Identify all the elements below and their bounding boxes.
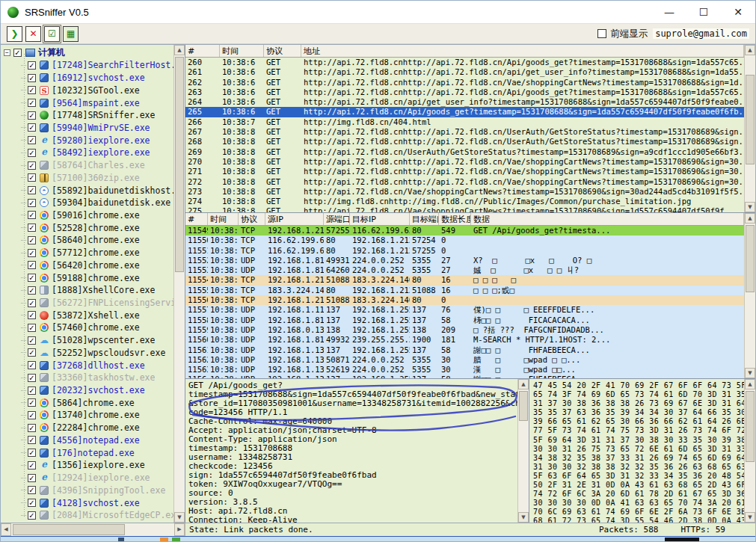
packet-row[interactable]: 11557 10:38:7 UDP 192.168.1.110 137 192.… (185, 305, 744, 315)
packet-row[interactable]: 11563 10:38:7 UDP 192.168.1.137 52619 22… (185, 365, 744, 375)
front-display-checkbox[interactable] (597, 29, 606, 38)
process-item[interactable]: ✓ [20232]svchost.exe (1, 384, 173, 397)
packet-row[interactable]: 11555 10:38:7 TCP 183.3.224.146 80 192.1… (185, 286, 744, 295)
http-vscrollbar[interactable]: ▲ ▼ (744, 45, 755, 212)
process-checkbox[interactable]: ✓ (28, 511, 36, 520)
scroll-up-icon[interactable]: ▲ (745, 213, 755, 224)
process-checkbox[interactable]: ✓ (28, 499, 36, 507)
packet-row[interactable]: 11562 10:38:7 UDP 192.168.1.137 50871 22… (185, 355, 744, 365)
process-checkbox[interactable]: ✓ (28, 111, 36, 120)
scroll-up-icon[interactable]: ▲ (518, 379, 529, 389)
process-item[interactable]: ✓ [52528]chrome.exe (1, 221, 173, 234)
scroll-thumb[interactable] (175, 57, 184, 272)
http-row[interactable]: 275 10:38:8 GET http://api.72.fld8.cn/Va… (185, 206, 744, 212)
packet-row[interactable]: 11550 10:38:6 TCP 116.62.199.62 80 192.1… (185, 235, 744, 245)
packet-vscrollbar[interactable]: ▲ ▼ (744, 213, 755, 378)
col-src-port[interactable]: 源端口 (324, 213, 350, 225)
process-item[interactable]: ✓ [33360]taskhostw.exe (1, 372, 173, 384)
col-index[interactable]: # (185, 45, 220, 57)
process-item[interactable]: ✓ [13740]chrome.exe (1, 409, 173, 422)
process-checkbox[interactable]: ✓ (28, 86, 36, 94)
scroll-up-icon[interactable]: ▲ (745, 45, 755, 55)
scroll-up-icon[interactable]: ▲ (745, 379, 755, 389)
packet-row[interactable]: 11552 10:38:6 UDP 192.168.1.81 49931 224… (185, 256, 744, 265)
tree-root[interactable]: − ✓ 计算机 (1, 46, 173, 59)
process-item[interactable]: ✓ [4556]notepad.exe (1, 434, 173, 447)
scroll-thumb[interactable] (746, 75, 755, 164)
process-item[interactable]: ✓ [56420]chrome.exe (1, 259, 173, 272)
scroll-thumb[interactable] (519, 391, 528, 421)
process-item[interactable]: ✓ [51028]wpscenter.exe (1, 334, 173, 347)
http-row[interactable]: 271 10:38:8 GET http://api.72.fld8.cnhtt… (185, 167, 744, 176)
scroll-thumb[interactable] (746, 225, 755, 292)
http-row[interactable]: 272 10:38:8 GET http://api.72.fld8.cnhtt… (185, 177, 744, 187)
process-checkbox[interactable]: ✓ (28, 424, 36, 432)
col-address[interactable]: 地址 (301, 45, 744, 57)
process-item[interactable]: ✓ [59280]iexplore.exe (1, 134, 173, 147)
packet-row[interactable]: 11559 10:38:7 UDP 192.168.0.139 138 192.… (185, 325, 744, 335)
http-row[interactable]: 260 10:38:6 GET http://api.72.fld8.cnhtt… (185, 58, 744, 67)
packet-row[interactable]: 11556 10:38:7 TCP 192.168.1.212 51088 18… (185, 295, 744, 305)
process-checkbox[interactable]: ✓ (28, 173, 36, 182)
col-time[interactable]: 时间 (220, 45, 264, 57)
process-checkbox[interactable]: ✓ (28, 411, 36, 419)
process-item[interactable]: ✓ [59304]baidunetdisk.exe (1, 197, 173, 209)
packet-row[interactable]: 11549 10:38:6 TCP 192.168.1.212 57255 11… (185, 226, 744, 235)
process-checkbox[interactable]: ✓ (28, 274, 36, 282)
filter-check-button[interactable]: ☑ (44, 26, 60, 42)
stop-capture-button[interactable]: ✕ (25, 26, 41, 42)
process-checkbox[interactable]: ✓ (28, 149, 36, 157)
http-row[interactable]: 264 10:38:6 GET http://api.72.fld8.cn/ap… (185, 97, 744, 107)
col-data-length[interactable]: 数据长度 (439, 213, 471, 225)
process-checkbox[interactable]: ✓ (28, 461, 36, 469)
root-checkbox[interactable]: ✓ (13, 49, 22, 57)
process-checkbox[interactable]: ✓ (28, 436, 36, 444)
start-capture-button[interactable]: ❯ (7, 26, 22, 42)
packet-row[interactable]: 11558 10:38:7 UDP 192.168.1.81 137 192.1… (185, 315, 744, 325)
process-item[interactable]: ✓ [17248]SearchFilterHost.ex (1, 59, 173, 72)
scroll-down-icon[interactable]: ▼ (174, 512, 185, 523)
http-row[interactable]: 266 10:38:7 GET http://img.fld8.cn/404.h… (185, 117, 744, 127)
process-checkbox[interactable]: ✓ (28, 398, 36, 407)
minimize-button[interactable]: — (652, 1, 686, 23)
process-item[interactable]: ✓ [52252]wpscloudsvr.exe (1, 347, 173, 360)
http-row[interactable]: 270 10:38:8 GET http://api.72.fld8.cnhtt… (185, 157, 744, 167)
process-item[interactable]: ✓ [2084]MicrosoftEdgeCP.exe (1, 509, 173, 522)
process-checkbox[interactable]: ✓ (28, 449, 36, 457)
scroll-left-icon[interactable]: ◀ (1, 523, 11, 536)
process-item[interactable]: ✓ [59016]chrome.exe (1, 209, 173, 222)
process-item[interactable]: ✓ [10232]SGTool.exe (1, 84, 173, 96)
close-button[interactable]: ✕ (721, 1, 755, 23)
card-settings-button[interactable]: ▦ (63, 26, 79, 42)
http-row[interactable]: 268 10:38:8 GET http://api.72.fld8.cnhtt… (185, 137, 744, 147)
process-item[interactable]: ✓ [176]notepad.exe (1, 446, 173, 459)
process-item[interactable]: ✓ [58764]Charles.exe (1, 159, 173, 172)
process-checkbox[interactable]: ✓ (28, 99, 36, 107)
process-item[interactable]: ✓ [57100]360zip.exe (1, 171, 173, 184)
process-item[interactable]: ✓ [22284]chrome.exe (1, 422, 173, 434)
http-row[interactable]: 267 10:38:8 GET http://api.72.fld8.cnhtt… (185, 127, 744, 137)
process-item[interactable]: ✓ [1888]XshellCore.exe (1, 284, 173, 297)
process-item[interactable]: ✓ [59188]chrome.exe (1, 271, 173, 284)
process-item[interactable]: ✓ [17748]SRSniffer.exe (1, 109, 173, 122)
process-checkbox[interactable]: ✓ (28, 186, 36, 194)
http-row[interactable]: 261 10:38:6 GET http://api.72.fld8.cnhtt… (185, 67, 744, 77)
hex-vscrollbar[interactable]: ▲ ▼ (744, 379, 755, 523)
process-checkbox[interactable]: ✓ (28, 199, 36, 207)
scroll-thumb[interactable] (13, 524, 125, 535)
process-item[interactable]: ✓ [9564]mspaint.exe (1, 96, 173, 109)
process-checkbox[interactable]: ✓ (28, 136, 36, 144)
sidebar-hscrollbar[interactable]: ◀ ▶ (1, 523, 185, 536)
http-row[interactable]: 265 10:38:6 GET http://api.72.fld8.cn/Ap… (185, 107, 744, 117)
process-checkbox[interactable]: ✓ (28, 224, 36, 232)
col-data[interactable]: 数据 (471, 213, 744, 225)
packet-row[interactable]: 11561 10:38:7 UDP 192.168.1.137 137 192.… (185, 345, 744, 355)
process-checkbox[interactable]: ✓ (28, 286, 36, 295)
col-dst-ip[interactable]: 目标IP (350, 213, 410, 225)
process-item[interactable]: ✓ [57460]chrome.exe (1, 321, 173, 334)
scroll-down-icon[interactable]: ▼ (745, 368, 755, 378)
scroll-up-icon[interactable]: ▲ (174, 45, 185, 55)
process-checkbox[interactable]: ✓ (28, 311, 36, 319)
http-row[interactable]: 263 10:38:6 GET http://api.72.fld8.cnhtt… (185, 87, 744, 97)
process-checkbox[interactable]: ✓ (28, 299, 36, 307)
